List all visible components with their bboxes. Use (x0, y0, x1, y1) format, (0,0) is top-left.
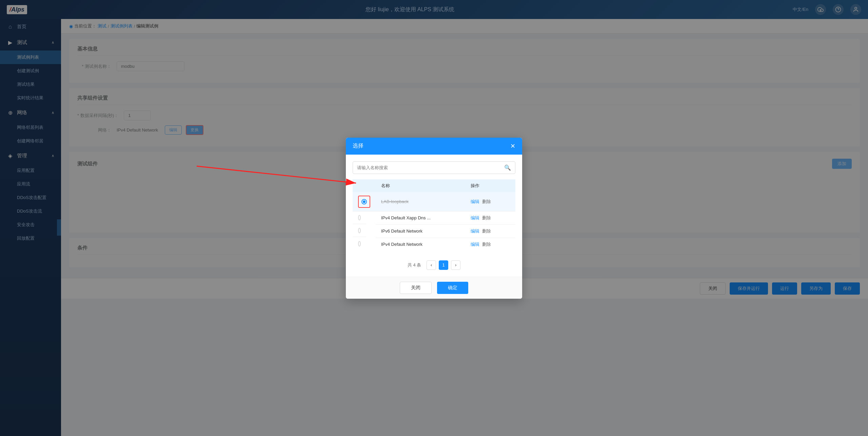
edit-action-button[interactable]: 编辑 (471, 242, 479, 247)
modal-header: 选择 ✕ (346, 138, 522, 155)
table-cell-actions: 编辑删除 (465, 224, 515, 238)
table-header-name: 名称 (376, 179, 465, 192)
table-cell-actions: 编辑删除 (465, 211, 515, 224)
table-cell-actions: 编辑删除 (465, 192, 515, 212)
delete-action-button[interactable]: 删除 (482, 215, 491, 220)
svg-line-4 (197, 166, 356, 183)
page-1-button[interactable]: 1 (439, 260, 448, 270)
pagination-total: 共 4 条 (408, 262, 421, 268)
edit-action-button[interactable]: 编辑 (471, 215, 479, 220)
delete-action-button[interactable]: 删除 (482, 199, 491, 204)
modal-table: 名称 操作 LAB-loopback编辑删除IPv4 Default Xapp … (353, 179, 515, 251)
page-next-button[interactable]: › (451, 260, 460, 270)
table-row: IPv4 Default Network编辑删除 (353, 238, 515, 251)
table-cell-name: IPv4 Default Xapp Dns ... (376, 211, 465, 224)
modal-body: 🔍 名称 操作 LAB-loopback编辑删除IPv4 Default Xap… (346, 155, 522, 277)
radio-button[interactable] (358, 215, 361, 220)
modal-close-bottom-button[interactable]: 关闭 (400, 282, 432, 294)
delete-action-button[interactable]: 删除 (482, 229, 491, 234)
radio-button[interactable] (361, 199, 367, 204)
table-header-row: 名称 操作 (353, 179, 515, 192)
table-row: LAB-loopback编辑删除 (353, 192, 515, 212)
table-cell-name: IPv4 Default Network (376, 238, 465, 251)
modal-search-input[interactable] (357, 165, 501, 170)
table-row: IPv4 Default Xapp Dns ...编辑删除 (353, 211, 515, 224)
modal-search-area: 🔍 (353, 161, 515, 174)
modal-title: 选择 (353, 142, 363, 150)
modal-confirm-button[interactable]: 确定 (437, 282, 468, 294)
edit-action-button[interactable]: 编辑 (471, 199, 479, 204)
select-modal: 选择 ✕ 🔍 名称 操作 LAB-loopback编辑删除I (346, 138, 522, 299)
table-header-radio (353, 179, 376, 192)
table-header-actions: 操作 (465, 179, 515, 192)
radio-selected-wrapper[interactable] (358, 196, 370, 208)
table-cell-actions: 编辑删除 (465, 238, 515, 251)
table-row: IPv6 Default Network编辑删除 (353, 224, 515, 238)
search-icon[interactable]: 🔍 (504, 164, 511, 171)
radio-button[interactable] (358, 228, 361, 233)
page-prev-button[interactable]: ‹ (427, 260, 436, 270)
table-cell-name: IPv6 Default Network (376, 224, 465, 238)
edit-action-button[interactable]: 编辑 (471, 229, 479, 234)
modal-close-button[interactable]: ✕ (510, 142, 515, 150)
modal-pagination: 共 4 条 ‹ 1 › (353, 256, 515, 270)
modal-overlay: 选择 ✕ 🔍 名称 操作 LAB-loopback编辑删除I (0, 0, 868, 436)
radio-button[interactable] (358, 241, 361, 246)
modal-footer: 关闭 确定 (346, 277, 522, 299)
delete-action-button[interactable]: 删除 (482, 242, 491, 247)
table-cell-name: LAB-loopback (376, 192, 465, 212)
